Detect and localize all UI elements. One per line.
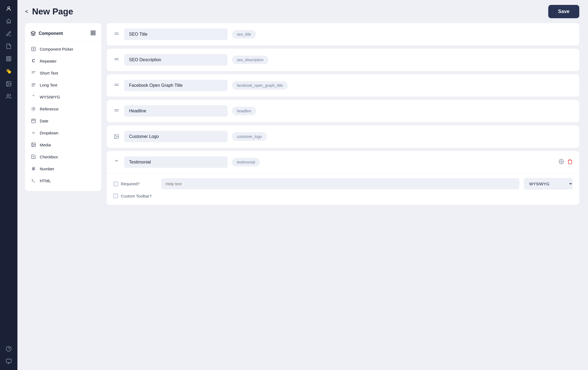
svg-point-29 <box>33 108 34 110</box>
number-icon <box>30 166 36 172</box>
required-checkbox[interactable] <box>113 181 118 186</box>
top-bar-left: < New Page <box>25 7 73 17</box>
users-icon[interactable] <box>3 91 14 102</box>
svg-line-38 <box>33 167 33 171</box>
save-button[interactable]: Save <box>548 5 579 18</box>
svg-point-0 <box>8 7 10 9</box>
svg-line-39 <box>34 167 35 171</box>
svg-rect-17 <box>91 31 93 33</box>
type-select[interactable]: WYSIWYG Short Text Long Text HTML <box>524 178 573 190</box>
left-navigation <box>0 0 17 370</box>
field-icon-lines <box>113 32 120 37</box>
plus-square-icon <box>30 46 36 52</box>
terminal-icon[interactable] <box>3 356 14 367</box>
sidebar-item-reference[interactable]: Reference <box>25 103 101 115</box>
short-text-icon <box>30 70 36 76</box>
custom-toolbar-checkbox[interactable] <box>113 193 118 198</box>
field-seo-description: SEO Description seo_description <box>107 49 579 71</box>
blog-icon[interactable] <box>3 28 14 39</box>
field-icon-quote: " <box>113 159 120 166</box>
back-button[interactable]: < <box>25 8 28 15</box>
media-icon <box>30 142 36 148</box>
coins-icon[interactable] <box>3 66 14 77</box>
sidebar-item-long-text[interactable]: Long Text <box>25 79 101 91</box>
svg-point-9 <box>7 82 8 83</box>
sidebar-item-label: Repeater <box>40 59 57 63</box>
sidebar-item-label: Long Text <box>40 83 57 87</box>
field-icon-lines <box>113 108 120 114</box>
svg-point-51 <box>561 161 562 162</box>
svg-rect-20 <box>91 33 93 35</box>
field-testimonial-options: Required? WYSIWYG Short Text Long Text H… <box>113 178 573 190</box>
sidebar-item-wysiwyg[interactable]: " WYSIWYG <box>25 91 101 103</box>
sidebar-item-component-picker[interactable]: Component Picker <box>25 43 101 55</box>
gallery-icon[interactable] <box>3 78 14 89</box>
dropdown-icon <box>30 130 36 136</box>
fields-panel: SEO Title seo_title SEO Description seo_… <box>107 23 579 363</box>
top-bar: < New Page Save <box>17 0 588 23</box>
field-delete-button[interactable] <box>567 159 573 166</box>
sidebar-item-label: Media <box>40 143 51 147</box>
svg-rect-18 <box>94 31 95 33</box>
panel-toggle-icon[interactable] <box>90 30 96 37</box>
field-key-facebook-og-title: facebook_open_graph_title <box>232 81 288 90</box>
field-key-seo-title: seo_title <box>232 30 256 39</box>
checkbox-icon <box>30 154 36 160</box>
sidebar-item-label: Dropdown <box>40 131 58 135</box>
content-area: Component Component Picker C Repeater <box>17 23 588 370</box>
user-icon[interactable] <box>3 3 14 14</box>
svg-rect-30 <box>32 119 35 123</box>
home-icon[interactable] <box>3 16 14 27</box>
sidebar-item-label: Number <box>40 166 54 171</box>
panel-header-label: Component <box>30 31 63 36</box>
sidebar-item-short-text[interactable]: Short Text <box>25 67 101 79</box>
field-settings-button[interactable] <box>559 159 564 166</box>
page-title: New Page <box>32 7 73 17</box>
help-icon[interactable] <box>3 343 14 354</box>
field-testimonial-header: " Testimonial testimonial <box>107 151 579 173</box>
field-icon-media <box>113 134 120 139</box>
svg-point-10 <box>7 94 9 96</box>
svg-rect-13 <box>6 359 11 363</box>
field-seo-title: SEO Title seo_title <box>107 23 579 45</box>
long-text-icon <box>30 82 36 88</box>
field-name-seo-title[interactable]: SEO Title <box>124 29 228 40</box>
sidebar-item-label: Checkbox <box>40 155 58 159</box>
field-name-headline[interactable]: Headline <box>124 105 228 117</box>
sidebar-item-date[interactable]: Date <box>25 115 101 127</box>
field-name-seo-description[interactable]: SEO Description <box>124 54 228 66</box>
date-icon <box>30 118 36 124</box>
field-testimonial-expanded: " Testimonial testimonial <box>107 151 579 205</box>
sidebar-item-dropdown[interactable]: Dropdown <box>25 127 101 139</box>
field-name-facebook-og-title[interactable]: Facebook Open Graph Title <box>124 80 228 91</box>
help-text-input[interactable] <box>161 178 519 189</box>
file-icon[interactable] <box>3 41 14 52</box>
field-headline: Headline headline <box>107 100 579 122</box>
sidebar-item-label: WYSIWYG <box>40 95 60 99</box>
field-name-customer-logo[interactable]: Customer Logo <box>124 131 228 142</box>
sidebar-item-repeater[interactable]: C Repeater <box>25 55 101 67</box>
sidebar-item-label: HTML <box>40 178 51 183</box>
field-facebook-og-title: Facebook Open Graph Title facebook_open_… <box>107 74 579 97</box>
field-icon-lines <box>113 83 120 88</box>
field-key-customer-logo: customer_logo <box>232 132 267 141</box>
field-customer-logo: Customer Logo customer_logo <box>107 125 579 148</box>
field-key-seo-description: seo_description <box>232 55 268 64</box>
sidebar-item-label: Reference <box>40 107 59 111</box>
sidebar-item-number[interactable]: Number <box>25 163 101 175</box>
required-check-label[interactable]: Required? <box>113 181 157 186</box>
field-name-testimonial[interactable]: Testimonial <box>124 156 228 168</box>
sidebar-item-html[interactable]: HTML <box>25 175 101 187</box>
reference-icon <box>30 106 36 112</box>
field-icon-lines <box>113 57 120 63</box>
svg-point-35 <box>32 144 33 144</box>
main-area: < New Page Save Component Comp <box>17 0 588 370</box>
wysiwyg-icon: " <box>30 94 36 100</box>
repeater-icon: C <box>30 58 36 64</box>
table-icon[interactable] <box>3 53 14 64</box>
field-testimonial-actions <box>559 159 573 166</box>
sidebar-item-media[interactable]: Media <box>25 139 101 151</box>
svg-rect-19 <box>94 33 95 35</box>
required-label: Required? <box>121 181 140 186</box>
sidebar-item-checkbox[interactable]: Checkbox <box>25 151 101 163</box>
